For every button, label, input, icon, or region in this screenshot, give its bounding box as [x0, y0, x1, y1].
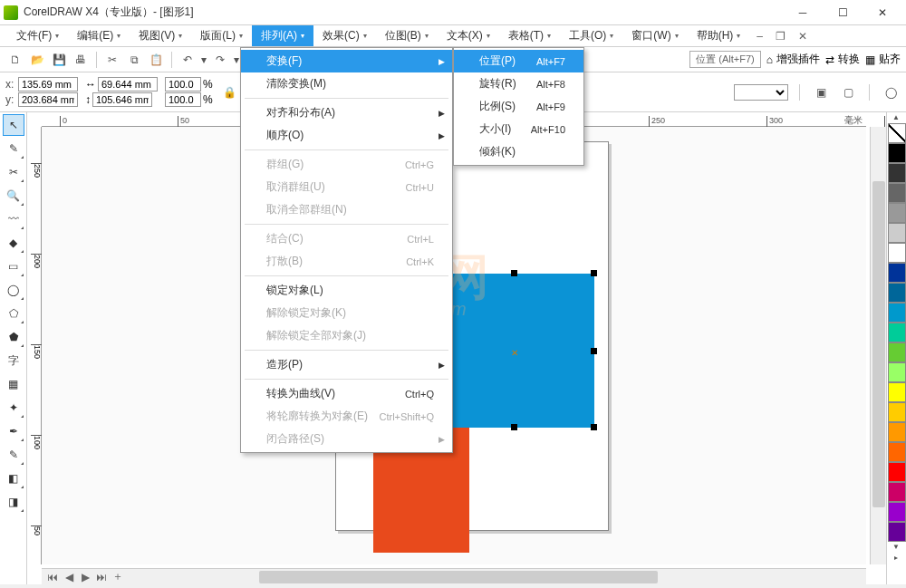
group-icon[interactable]: ▣ — [811, 82, 831, 102]
menu-table[interactable]: 表格(T)▾ — [499, 25, 560, 46]
basic-shapes-tool[interactable]: ⬟ — [3, 326, 24, 348]
rectangle-tool[interactable]: ▭ — [3, 255, 24, 277]
vertical-ruler[interactable]: 25020015010050 — [27, 127, 42, 564]
ungroup-icon[interactable]: ▢ — [838, 82, 858, 102]
menu-item[interactable]: 顺序(O)▶ — [241, 124, 452, 147]
child-restore[interactable]: ❐ — [772, 30, 789, 43]
undo-dropdown-icon[interactable]: ▾ — [199, 50, 208, 70]
canvas-viewport[interactable]: ✕ — [42, 127, 866, 564]
palette-swatch[interactable] — [888, 482, 906, 502]
menu-bitmaps[interactable]: 位图(B)▾ — [376, 25, 438, 46]
palette-swatch[interactable] — [888, 183, 906, 203]
menu-item[interactable]: 变换(F)▶ — [241, 50, 452, 72]
save-icon[interactable]: 💾 — [49, 50, 69, 70]
interactive-fill-tool[interactable]: ◨ — [3, 491, 24, 513]
palette-swatch[interactable] — [888, 123, 906, 143]
palette-swatch[interactable] — [888, 223, 906, 243]
text-tool[interactable]: 字 — [3, 350, 24, 371]
shape-tool[interactable]: ✎ — [3, 138, 24, 159]
interactive-tool[interactable]: ✦ — [3, 397, 24, 419]
menu-file[interactable]: 文件(F)▾ — [7, 25, 68, 46]
menu-text[interactable]: 文本(X)▾ — [438, 25, 499, 46]
handle-tr[interactable] — [591, 270, 597, 276]
scale-x-input[interactable] — [165, 77, 201, 92]
child-close[interactable]: ✕ — [795, 30, 811, 43]
palette-swatch[interactable] — [888, 442, 906, 462]
menu-item[interactable]: 位置(P)Alt+F7 — [454, 50, 583, 72]
hscroll-thumb[interactable] — [259, 571, 658, 583]
close-button[interactable]: ✕ — [863, 0, 902, 25]
palette-swatch[interactable] — [888, 323, 906, 342]
horizontal-scrollbar[interactable]: ⏮ ◀ ▶ ⏭ ＋ — [42, 568, 866, 584]
handle-mr[interactable] — [591, 348, 597, 354]
width-input[interactable] — [98, 77, 158, 92]
palette-swatch[interactable] — [888, 203, 906, 223]
add-page-icon[interactable]: ＋ — [111, 570, 125, 584]
open-icon[interactable]: 📂 — [27, 50, 47, 70]
menu-item[interactable]: 转换为曲线(V)Ctrl+Q — [241, 382, 452, 405]
palette-swatch[interactable] — [888, 143, 906, 163]
menu-item[interactable]: 清除变换(M) — [241, 72, 452, 95]
handle-br[interactable] — [591, 424, 597, 430]
smart-fill-tool[interactable]: ◆ — [3, 232, 24, 254]
prev-page-icon[interactable]: ◀ — [62, 570, 76, 584]
palette-swatch[interactable] — [888, 462, 906, 482]
table-tool[interactable]: ▦ — [3, 373, 24, 395]
menu-item[interactable]: 锁定对象(L) — [241, 279, 452, 302]
lock-aspect-icon[interactable]: 🔒 — [220, 82, 240, 102]
ellipse-tool[interactable]: ◯ — [3, 279, 24, 301]
palette-swatch[interactable] — [888, 382, 906, 402]
menu-item[interactable]: 造形(P)▶ — [241, 353, 452, 376]
handle-tm[interactable] — [511, 270, 517, 276]
paste-icon[interactable]: 📋 — [146, 50, 166, 70]
vscroll-thumb[interactable] — [872, 181, 885, 507]
x-input[interactable] — [18, 77, 78, 92]
menu-item[interactable]: 旋转(R)Alt+F8 — [454, 72, 583, 95]
maximize-button[interactable]: ☐ — [823, 0, 863, 25]
print-icon[interactable]: 🖶 — [71, 50, 91, 70]
scale-y-input[interactable] — [165, 92, 201, 107]
units-select[interactable] — [734, 84, 788, 101]
copy-icon[interactable]: ⧉ — [124, 50, 144, 70]
minimize-button[interactable]: ─ — [783, 0, 823, 25]
freehand-tool[interactable]: 〰 — [3, 208, 24, 230]
palette-swatch[interactable] — [888, 422, 906, 442]
menu-view[interactable]: 视图(V)▾ — [130, 25, 191, 46]
outline-tool[interactable]: ✎ — [3, 444, 24, 466]
zoom-tool[interactable]: 🔍 — [3, 185, 24, 207]
palette-expand-icon[interactable]: ▸ — [887, 553, 905, 564]
palette-swatch[interactable] — [888, 522, 906, 542]
menu-item[interactable]: 对齐和分布(A)▶ — [241, 101, 452, 124]
palette-swatch[interactable] — [888, 283, 906, 303]
first-page-icon[interactable]: ⏮ — [45, 570, 60, 584]
palette-swatch[interactable] — [888, 263, 906, 283]
next-page-icon[interactable]: ▶ — [78, 570, 92, 584]
menu-item[interactable]: 大小(I)Alt+F10 — [454, 118, 583, 140]
fill-tool[interactable]: ◧ — [3, 468, 24, 489]
menu-help[interactable]: 帮助(H)▾ — [688, 25, 750, 46]
redo-icon[interactable]: ↷ — [210, 50, 230, 70]
palette-swatch[interactable] — [888, 402, 906, 422]
menu-item[interactable]: 倾斜(K) — [454, 140, 583, 163]
y-input[interactable] — [18, 92, 78, 107]
palette-swatch[interactable] — [888, 362, 906, 382]
page-nav[interactable]: ⏮ ◀ ▶ ⏭ ＋ — [42, 570, 129, 584]
polygon-tool[interactable]: ⬠ — [3, 303, 24, 324]
menu-layout[interactable]: 版面(L)▾ — [191, 25, 252, 46]
transform-button[interactable]: ⇄转换 — [825, 52, 860, 67]
cut-icon[interactable]: ✂ — [102, 50, 122, 70]
menu-tools[interactable]: 工具(O)▾ — [560, 25, 622, 46]
plugin-button[interactable]: ⌂增强插件 — [766, 52, 820, 67]
vertical-scrollbar[interactable] — [870, 127, 886, 564]
palette-down-icon[interactable]: ▼ — [887, 542, 905, 553]
palette-up-icon[interactable]: ▲ — [887, 112, 905, 123]
height-input[interactable] — [92, 92, 152, 107]
pick-tool[interactable]: ↖ — [3, 114, 24, 136]
menu-window[interactable]: 窗口(W)▾ — [622, 25, 687, 46]
palette-swatch[interactable] — [888, 243, 906, 263]
options-icon[interactable]: ◯ — [881, 82, 901, 102]
handle-bm[interactable] — [511, 424, 517, 430]
palette-swatch[interactable] — [888, 163, 906, 183]
undo-icon[interactable]: ↶ — [178, 50, 198, 70]
crop-tool[interactable]: ✂ — [3, 161, 24, 183]
